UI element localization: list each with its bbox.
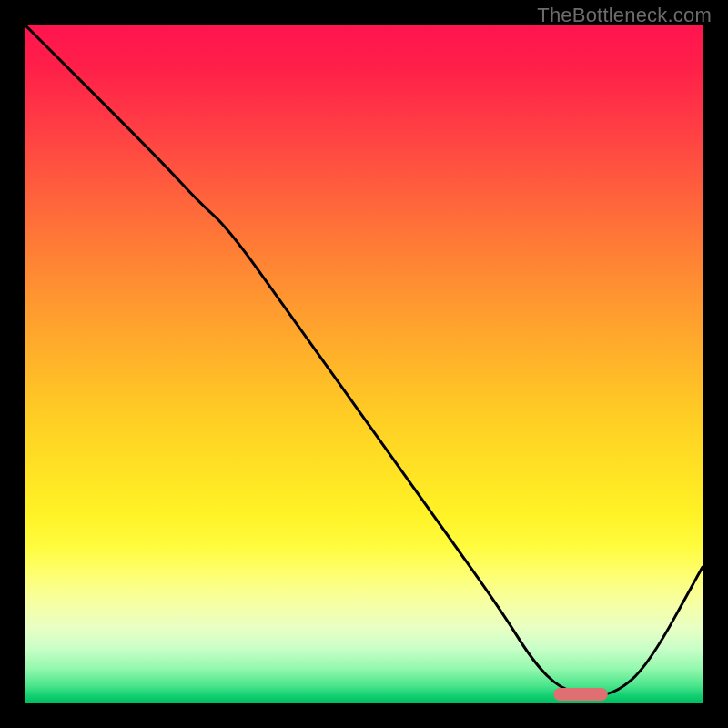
- plot-area: [25, 25, 703, 703]
- watermark-text: TheBottleneck.com: [537, 4, 712, 27]
- bottleneck-curve: [25, 25, 703, 694]
- highlight-marker: [553, 688, 608, 701]
- curve-layer: [25, 25, 703, 703]
- chart-frame: TheBottleneck.com: [0, 0, 728, 728]
